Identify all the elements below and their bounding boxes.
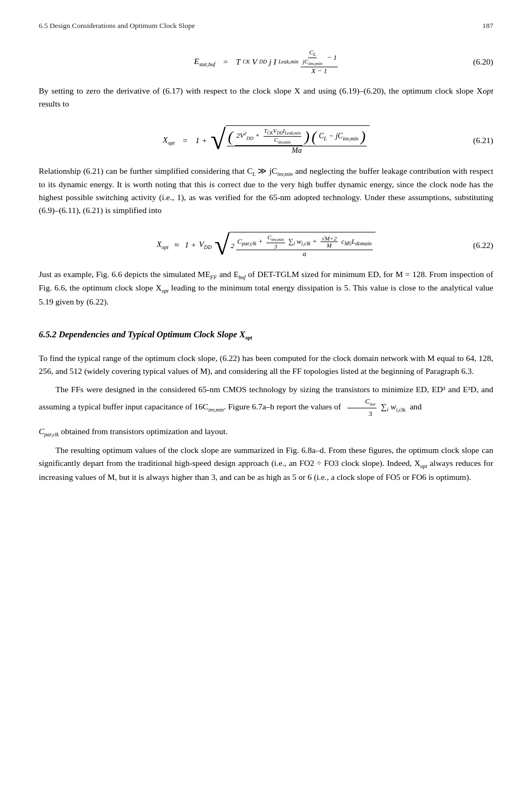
section-heading-652: 6.5.2 Dependencies and Typical Optimum C… — [39, 328, 493, 342]
section-p2: The FFs were designed in the considered … — [39, 383, 493, 420]
eq621-content: Xopt = 1 + √ ( 2V2DD + TCKVDDILeak,min — [162, 125, 369, 154]
equation-622: Xopt ≈ 1 + VDD √ 2 Cpar,clk + Cinv,min 3… — [39, 232, 493, 258]
eq622-content: Xopt ≈ 1 + VDD √ 2 Cpar,clk + Cinv,min 3… — [157, 232, 375, 258]
paragraph-1: By setting to zero the derivative of (6.… — [39, 84, 493, 110]
eq620-label: (6.20) — [473, 55, 493, 68]
equation-621: Xopt = 1 + √ ( 2V2DD + TCKVDDILeak,min — [39, 125, 493, 154]
eq620-lhs: Estat,buf — [194, 55, 215, 69]
eq620-content: Estat,buf = TCKVDDjILeak,min CL jCinv,mi… — [194, 49, 338, 75]
eq621-sqrt: √ ( 2V2DD + TCKVDDILeak,min Cinv,min — [210, 125, 369, 154]
section-p3: Cpar,clk obtained from transistors optim… — [39, 425, 493, 439]
section-p4: The resulting optimum values of the cloc… — [39, 444, 493, 484]
eq621-label: (6.21) — [473, 134, 493, 147]
paragraph-2: Relationship (6.21) can be further simpl… — [39, 165, 493, 217]
eq622-sqrt: √ 2 Cpar,clk + Cinv,min 3 ∑i wi,clk + √M… — [214, 232, 375, 258]
equation-620: Estat,buf = TCKVDDjILeak,min CL jCinv,mi… — [39, 49, 493, 75]
eq621-lhs: Xopt — [162, 133, 174, 147]
eq620-rhs: TCKVDDjILeak,min CL jCinv,min − 1 X − 1 — [236, 49, 338, 75]
eq620-equals: = — [223, 55, 228, 68]
page-header: 6.5 Design Considerations and Optimum Cl… — [39, 20, 493, 32]
section-p1: To find the typical range of the optimum… — [39, 352, 493, 378]
eq620-frac: CL jCinv,min − 1 X − 1 — [301, 49, 338, 75]
eq622-label: (6.22) — [473, 239, 493, 252]
paragraph-3: Just as example, Fig. 6.6 depicts the si… — [39, 268, 493, 308]
header-section: 6.5 Design Considerations and Optimum Cl… — [39, 20, 195, 32]
header-page: 187 — [483, 20, 493, 32]
